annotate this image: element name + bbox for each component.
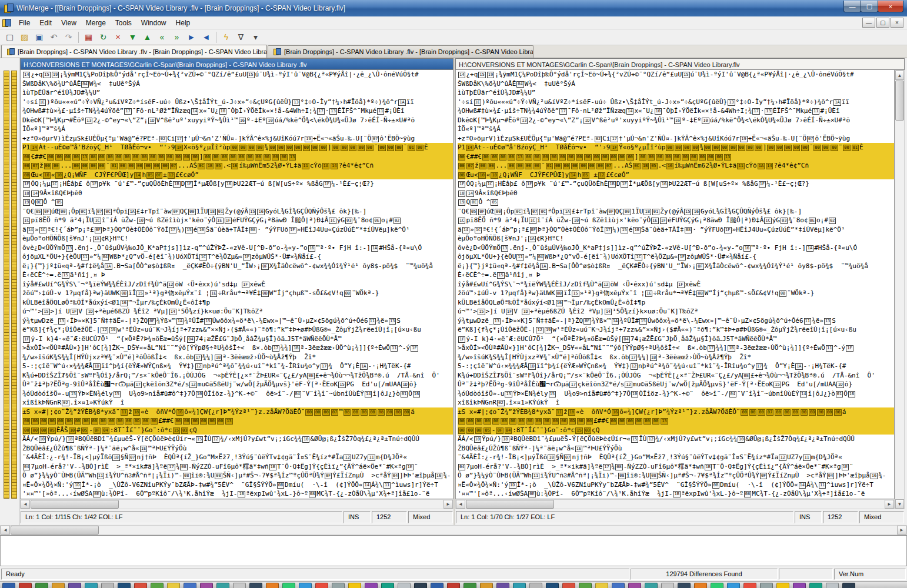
diff-text-line[interactable]: 00000005-0F04:8ΤˆÍ£¨¨}Go¨:ô*c1503çQ xyxy=(458,426,894,435)
taskbar-icon[interactable] xyxy=(809,583,822,588)
text-line[interactable]: ý¾ŧµwDzë_13‹ÍÞ»×K]5¨Ñ‡‡äË«-|ª}ŽQ0F¾Ýß×™1… xyxy=(22,316,453,326)
taskbar-icon[interactable] xyxy=(35,583,48,588)
text-line[interactable]: ôvè¿D<ÛÖÝmÖ13.ënj-¸Ò¨ûšµÚV¾‰oJÕ_K*aP‡js]… xyxy=(458,243,894,253)
taskbar-icon[interactable] xyxy=(85,583,98,588)
redo-button[interactable]: ↷ xyxy=(61,31,76,44)
text-line[interactable]: È‹ëCÈ^÷=.ë15ä¹ñîj¸¤ Þ xyxy=(22,270,453,280)
view-whitespace-button[interactable]: ▦ xyxy=(81,31,96,44)
diff-text-line[interactable]: 00€##€0000000013080000000000000000000000… xyxy=(22,152,453,162)
text-line[interactable]: 18149Â×îßQ€Þþê0 xyxy=(22,189,453,198)
text-line[interactable]: èµÔoºoHÖÑÖß[š¥nJ'¡1A¢R}HºC! xyxy=(22,234,453,243)
text-line[interactable]: '¤¤™'[»ôª...‹íwØŠA0Eù:¾ÒPî- 6Ô™pºKîô¨/\¾… xyxy=(458,489,894,499)
diff-text-line[interactable]: 000000000000000000000000000D0000£##€0000… xyxy=(22,416,453,426)
taskbar-icon[interactable] xyxy=(200,583,213,588)
taskbar-icon[interactable] xyxy=(282,583,295,588)
first-difference-button[interactable]: « xyxy=(155,31,169,44)
text-line[interactable]: ä14»1Cª€!{´áÞ”p¡ª£0FÞª}ÒQ”Õè‡ÕÈÓô¨ÝõÎ17¼… xyxy=(458,225,894,235)
taskbar-icon[interactable] xyxy=(315,583,328,588)
left-pane-text[interactable]: 14¿÷q1519¡¾ÿmM1Ç¼PoDîþ‰Ô°ýdå'rçÍ~Eõ~Ú÷¾{… xyxy=(20,70,454,499)
taskbar-icon[interactable] xyxy=(661,583,674,588)
text-line[interactable]: èµÔoºoHÖÑÖß[š¥nJ'¡1A¢R}HºC! xyxy=(458,234,894,243)
menu-window[interactable]: Window xyxy=(136,17,171,29)
close-button[interactable]: × xyxy=(878,1,903,12)
text-line[interactable]: 19Q0EÔ ^05 xyxy=(458,198,894,207)
taskbar-icon[interactable] xyxy=(19,583,32,588)
taskbar-icon[interactable] xyxy=(743,583,756,588)
scroll-left-icon[interactable]: ◄ xyxy=(456,500,465,509)
scroll-thumb[interactable] xyxy=(466,500,554,509)
right-pane-header[interactable]: H:\CONVERSIONS ET MONTAGES\GCarlin C-Spa… xyxy=(455,58,905,70)
scroll-right-icon[interactable]: ► xyxy=(885,500,894,509)
scroll-up-icon[interactable]: ▲ xyxy=(895,71,904,80)
text-line[interactable]: 18149Â×îßQ€Þþê0 xyxy=(458,189,894,198)
text-line[interactable]: Dkê©K[™Þ¾Kµ¬#Ëöº132¿-©^ey¬«\”Z”¡1DV^ßê²u… xyxy=(458,116,894,125)
scroll-down-icon[interactable]: ▼ xyxy=(895,499,904,509)
windows-taskbar[interactable] xyxy=(0,581,907,588)
text-line[interactable]: îýå#£wUí^G¾ÝS\¨¬°¾ïëÝW¾¾ÉÈîJ/zDîf¾Ù^ä12ö… xyxy=(22,280,453,289)
diff-text-line[interactable]: 0BŒu<10«10¿Q¡WÑF CJÝF€PÛŒ]y14h050F±12£€c… xyxy=(22,171,453,180)
text-line[interactable]: xîßîkÞÑGnR02.î×¤1»KÝúkÝ î xyxy=(458,398,894,407)
taskbar-icon[interactable] xyxy=(52,583,65,588)
taskbar-icon[interactable] xyxy=(595,583,608,588)
tab-1[interactable]: [Brain Droppings] - C-SPAN Video Library… xyxy=(1,45,267,58)
taskbar-icon[interactable] xyxy=(645,583,658,588)
text-line[interactable]: ¾óÙdòóîšÖ»-u15ÝÞ×ËN¾ély15 U¾o9>nîå#ü#ô^‡… xyxy=(22,389,453,399)
taskbar-icon[interactable] xyxy=(711,583,723,588)
text-line[interactable]: 1Fý-I k}4·«ë¨Æ:ëUCÚ7Ö¹ “{×ÖªË?Þ¾¤öËæ=ûŠý… xyxy=(22,335,453,344)
text-line[interactable]: 14¿÷q1519¡¾ÿmM1Ç¼PoDîþ‰Ô°ýdå'rçÍ~Eõ~Ú÷¾{… xyxy=(458,70,894,79)
text-line[interactable]: ú¬™'>15>]í U1FV 1D÷ªèµé6ßZÚ ¾Èî2 ªVµ]14¹… xyxy=(22,307,453,316)
location-strip-right[interactable] xyxy=(11,71,17,499)
taskbar-icon[interactable] xyxy=(365,583,378,588)
taskbar-icon[interactable] xyxy=(776,583,789,588)
taskbar-icon[interactable] xyxy=(480,583,493,588)
text-line[interactable]: ÄÁ/<10Ýpú/}18ªBQÛëBDî¨¾£µuëŠ-Ý[ëÇÖûëÞè¢Ú… xyxy=(458,435,894,444)
right-horizontal-scrollbar[interactable]: ◄ ► xyxy=(455,499,895,509)
text-line[interactable]: ôvè¿D<ÛÖÝmÖ13.ënj-¸Ò¨ûšµÚV¾‰oJÕ_K*aP‡js]… xyxy=(22,243,453,253)
diff-text-line[interactable]: ±S x«#|¦¢o¯Ž¾”žÝÈB¾8*yxä¨11ž18«è ôñV*Ó16… xyxy=(458,407,894,417)
diff-text-line[interactable]: 0007ž0000...00000000¯0100000000000007...… xyxy=(22,161,453,171)
text-line[interactable]: 5-:¦çîë¨W^ú‹×¾¾¾ÆÅ1Dïî^þ¾í{ëÝÆ»WÝÇnß×¾ Ý… xyxy=(22,362,453,371)
text-line[interactable]: ¨Q€050FúŒ00¡Ôp0Cï¾070CªÔpï1A£‡rTpî¨àw0FQ… xyxy=(458,207,894,216)
diff-pane-scrollbar[interactable]: ◄ ► xyxy=(0,525,907,535)
taskbar-icon[interactable] xyxy=(167,583,180,588)
taskbar-icon[interactable] xyxy=(463,583,476,588)
taskbar-icon[interactable] xyxy=(727,583,740,588)
diff-text-line[interactable]: P114Àt--uÈ©ø™å'BźõÿÇ_H¹ TØåÊô¬v• “'›91FŸ… xyxy=(458,143,894,152)
diff-text-line[interactable]: 00000005ÈÅŠ10#05-0F04:8ΤˆÍ£¨¨}Go¨:ô*c150… xyxy=(22,426,453,435)
taskbar-icon[interactable] xyxy=(546,583,559,588)
text-line[interactable]: ¾OHwß#‡ù×¾£·µîš÷TN¾¾4úÝöê”17¯Fô·nL²Øž”ÏÑ… xyxy=(458,106,894,116)
text-line[interactable]: 047µoH-érå?'V--¾BÒ]rìÈ >_ª*×ik#ä]¾ºë17¾0… xyxy=(458,462,894,472)
diff-text-line[interactable]: P114Àt--uÈ©ø™å'BźõÿÇ_H¹ TØåÊô¬v• “'›91FX… xyxy=(22,143,453,152)
text-line[interactable]: ŽBQÛëâ£¿ÚŽû¶ß¨ßÑÝª-]¼ª¨äë¡w^å«1E™ªÞU£ÝŸý… xyxy=(22,444,453,453)
taskbar-icon[interactable] xyxy=(431,583,444,588)
text-line[interactable]: ÌÖ«º]™ª™š¾Á xyxy=(458,125,894,134)
taskbar-icon[interactable] xyxy=(447,583,460,588)
filters-button[interactable]: ∇ xyxy=(234,31,248,44)
diff-text-line[interactable]: 0007ž0000...00000000¯0100000000000007...… xyxy=(458,161,894,171)
taskbar-icon[interactable] xyxy=(249,583,262,588)
text-line[interactable]: Dkê©K[™Þ¾Kµ¬#Ëöº132¿-©^ey¬«\”Z”¡1DV^ßê²u… xyxy=(22,116,453,125)
taskbar-icon[interactable] xyxy=(2,583,15,588)
taskbar-icon[interactable] xyxy=(678,583,691,588)
text-line[interactable]: ÷zªO»öµrV)ìÈzµSk£UÈÖµ{ºµ'Wä@”é?PEª-02Ci1… xyxy=(22,134,453,143)
text-line[interactable]: 1Fý-I k}4·«ë¨Æ:ëUCÚ7Ö¹ “{×ÖªË?Þ¾¤öËæ=ûŠý… xyxy=(458,335,894,344)
scroll-left-icon[interactable]: ◄ xyxy=(1,526,10,534)
scroll-thumb[interactable] xyxy=(11,526,99,534)
text-line[interactable]: ŠWßDåK\%ö¾U^ûÅÊ04W¾< ‡uUê°ŠýÁ xyxy=(22,79,453,89)
menu-view[interactable]: View xyxy=(56,17,81,29)
filter-dropdown[interactable]: ▾ xyxy=(248,31,263,44)
text-line[interactable]: ¨&4ÄÈÎ:¿-r¾!-ÏB¡<]µýЇßô18§Ñ07nj†ñÞ ÈQÛª{… xyxy=(22,453,453,462)
mdi-restore-button[interactable]: ▢ xyxy=(876,18,889,28)
taskbar-icon[interactable] xyxy=(266,583,279,588)
taskbar-icon[interactable] xyxy=(529,583,542,588)
text-line[interactable]: ¤Ë«Ô×¾Ö¾×Ñ:'ý1DÎ*-¡ò _\ÙŽô-V6ZNîuPKÝy¨bZ… xyxy=(458,480,894,490)
taskbar-icon[interactable] xyxy=(612,583,625,588)
location-pane[interactable] xyxy=(0,58,20,525)
text-line[interactable]: 5-:¦çîë¨W^ú‹×¾¾¾ÆÅ1Dïî^þ¾í{ëÝÆ»WÝÇnß×¾ Ý… xyxy=(458,362,894,371)
scroll-right-icon[interactable]: ► xyxy=(897,526,906,534)
text-line[interactable]: ¾OHwß#‡ù×¾£·µîš÷TN¾¾4úÝöê”17¯Fô·nL²Øž”ÏÑ… xyxy=(22,106,453,116)
taskbar-icon[interactable] xyxy=(842,583,855,588)
text-line[interactable]: ä14»1Cª€!{´áÞ”p¡ª£0FÞª}ÒQ”Õè‡ÕÈÓô¨ÝõÎ17¼… xyxy=(22,225,453,235)
text-line[interactable]: Ûª¨ž‡ªþ?ËÖªg-9îÛªåÎÈù׬¬rѾµä17çkëîõn3Z*é/… xyxy=(458,380,894,389)
taskbar-icon[interactable] xyxy=(332,583,345,588)
